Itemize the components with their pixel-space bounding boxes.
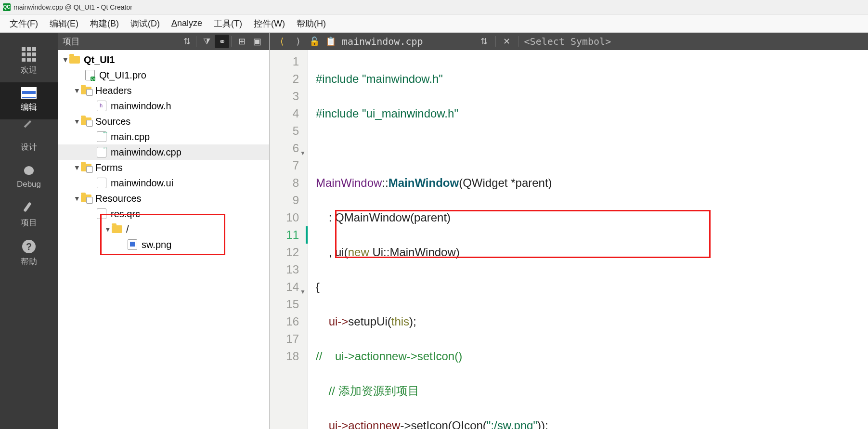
qtcreator-logo-icon: QC <box>3 3 11 11</box>
folder-icon <box>112 225 122 233</box>
project-pane: 项目 ⇅ ⧩ ⚭ ⊞ ▣ Qt_UI1 Qt_UI1.pro Hea <box>58 33 270 429</box>
fold-icon[interactable]: ▼ <box>300 144 306 162</box>
add-split-icon[interactable]: ⊞ <box>234 35 249 48</box>
expand-icon[interactable] <box>73 87 81 94</box>
window-icon[interactable]: ▣ <box>250 35 264 48</box>
wrench-icon <box>22 201 36 214</box>
cpp-file-icon <box>97 147 106 157</box>
tree-res-folder[interactable]: / <box>58 221 269 237</box>
menu-tools[interactable]: 工具(T) <box>208 15 248 32</box>
tree-sources[interactable]: Sources <box>58 114 269 129</box>
tree-ui-file[interactable]: mainwindow.ui <box>58 175 269 191</box>
project-pane-header: 项目 ⇅ ⧩ ⚭ ⊞ ▣ <box>58 33 269 50</box>
pro-file-icon <box>85 70 95 80</box>
clipboard-icon[interactable]: 📋 <box>323 35 339 48</box>
folder-icon <box>81 117 91 125</box>
qrc-file-icon <box>97 208 106 219</box>
filter-icon[interactable]: ⧩ <box>199 35 214 48</box>
file-switch-button[interactable]: ⇅ <box>476 35 492 48</box>
tree-sw-png[interactable]: sw.png <box>58 237 269 252</box>
line-number-gutter: 1 2 3 4 5 6▼ 7 8 9 10 11 12 13 14▼ 15 16… <box>270 50 308 429</box>
mode-design[interactable]: 设计 <box>0 119 58 159</box>
folder-icon <box>81 164 91 171</box>
tree-header-file[interactable]: mainwindow.h <box>58 98 269 114</box>
nav-back-button[interactable]: ⟨ <box>273 35 290 48</box>
welcome-icon <box>22 47 36 62</box>
mode-projects[interactable]: 项目 <box>0 196 58 235</box>
tree-headers[interactable]: Headers <box>58 83 269 98</box>
tree-mainwindow-cpp[interactable]: mainwindow.cpp <box>58 144 269 160</box>
titlebar: QC mainwindow.cpp @ Qt_UI1 - Qt Creator <box>0 0 868 14</box>
tree-root[interactable]: Qt_UI1 <box>58 52 269 67</box>
nav-forward-button[interactable]: ⟩ <box>290 35 306 48</box>
project-tree[interactable]: Qt_UI1 Qt_UI1.pro Headers mainwindow.h S… <box>58 50 269 429</box>
mode-sidebar: 欢迎 编辑 设计 Debug 项目 ? 帮助 <box>0 33 58 429</box>
project-pane-title: 项目 <box>63 36 80 47</box>
window-title: mainwindow.cpp @ Qt_UI1 - Qt Creator <box>13 3 132 11</box>
expand-icon[interactable] <box>73 118 81 125</box>
help-icon: ? <box>22 240 36 253</box>
folder-icon <box>81 195 91 202</box>
menu-analyze[interactable]: Analyze <box>166 15 208 31</box>
lock-icon[interactable]: 🔓 <box>306 35 323 48</box>
ui-file-icon <box>97 178 106 188</box>
open-file-name[interactable]: mainwindow.cpp <box>342 36 423 47</box>
folder-icon <box>81 87 91 94</box>
tree-forms[interactable]: Forms <box>58 160 269 175</box>
expand-icon[interactable] <box>73 164 81 171</box>
menubar: 文件(F) 编辑(E) 构建(B) 调试(D) Analyze 工具(T) 控件… <box>0 14 868 33</box>
mode-debug[interactable]: Debug <box>0 159 58 196</box>
menu-debug[interactable]: 调试(D) <box>125 15 166 32</box>
tree-main-cpp[interactable]: main.cpp <box>58 129 269 144</box>
fold-icon[interactable]: ▼ <box>300 283 306 300</box>
menu-build[interactable]: 构建(B) <box>84 15 125 32</box>
menu-widgets[interactable]: 控件(W) <box>248 15 291 32</box>
h-file-icon <box>97 101 106 111</box>
tree-qrc-file[interactable]: res.qrc <box>58 206 269 221</box>
mode-welcome[interactable]: 欢迎 <box>0 42 58 82</box>
link-icon[interactable]: ⚭ <box>215 35 229 48</box>
editor-toolbar: ⟨ ⟩ 🔓 📋 mainwindow.cpp ⇅ ✕ <Select Symbo… <box>270 33 868 50</box>
code-content[interactable]: #include "mainwindow.h" #include "ui_mai… <box>308 50 868 429</box>
design-icon <box>22 124 36 139</box>
expand-icon[interactable] <box>104 226 112 233</box>
menu-help[interactable]: 帮助(H) <box>291 15 332 32</box>
debug-icon <box>22 164 36 177</box>
expand-icon[interactable] <box>62 56 69 63</box>
code-editor[interactable]: 1 2 3 4 5 6▼ 7 8 9 10 11 12 13 14▼ 15 16… <box>270 50 868 429</box>
expand-icon[interactable] <box>73 195 81 202</box>
symbol-selector[interactable]: <Select Symbol> <box>524 36 611 47</box>
mode-help[interactable]: ? 帮助 <box>0 235 58 274</box>
edit-icon <box>21 87 37 99</box>
project-switch-button[interactable]: ⇅ <box>180 35 194 48</box>
folder-icon <box>69 56 80 64</box>
cpp-file-icon <box>97 131 106 142</box>
menu-file[interactable]: 文件(F) <box>4 15 44 32</box>
close-file-button[interactable]: ✕ <box>499 35 515 48</box>
menu-edit[interactable]: 编辑(E) <box>44 15 84 32</box>
png-file-icon <box>128 239 137 250</box>
editor-area: ⟨ ⟩ 🔓 📋 mainwindow.cpp ⇅ ✕ <Select Symbo… <box>270 33 868 429</box>
tree-resources[interactable]: Resources <box>58 191 269 206</box>
tree-pro-file[interactable]: Qt_UI1.pro <box>58 67 269 83</box>
mode-edit[interactable]: 编辑 <box>0 82 58 119</box>
